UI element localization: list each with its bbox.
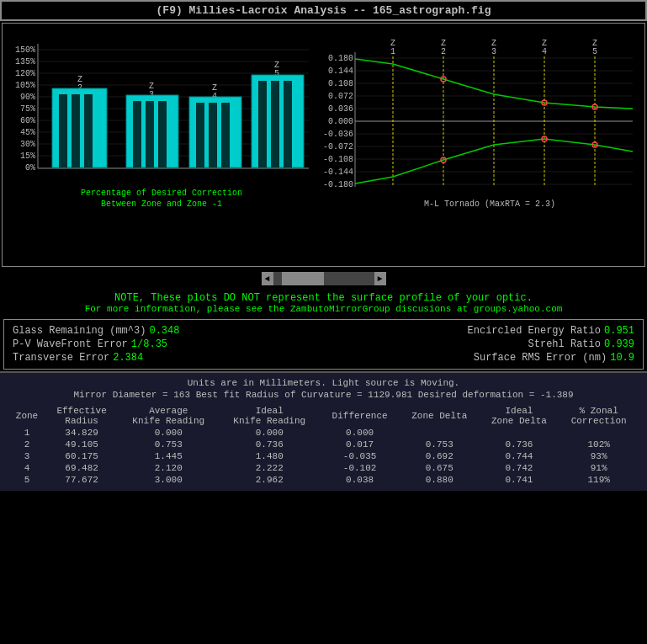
svg-text:5: 5 (592, 47, 597, 56)
stats-row-3: Transverse Error 2.384 Surface RMS Error… (13, 352, 634, 364)
encircled-energy-value: 0.951 (604, 325, 634, 337)
svg-rect-28 (72, 94, 80, 168)
svg-text:105%: 105% (15, 81, 35, 90)
svg-text:-0.108: -0.108 (323, 155, 353, 164)
table-row: 469.4822.1202.222-0.1020.6750.74291% (8, 462, 639, 474)
transverse-value: 2.384 (113, 352, 143, 364)
notes-area: NOTE, These plots DO NOT represent the s… (0, 289, 647, 317)
svg-rect-47 (284, 81, 292, 168)
strehl-value: 0.939 (604, 338, 634, 350)
svg-text:90%: 90% (20, 93, 35, 102)
transverse-label: Transverse Error (13, 352, 109, 364)
table-row: 577.6723.0002.9620.0380.8800.741119% (8, 474, 639, 486)
scroll-thumb[interactable] (282, 272, 324, 285)
svg-text:4: 4 (542, 47, 547, 56)
svg-text:0.108: 0.108 (328, 79, 353, 88)
tornado-chart: Z 1 Z 2 Z 3 Z 4 Z 5 0.180 0.144 0.108 0.… (321, 27, 641, 263)
svg-text:120%: 120% (15, 69, 35, 78)
table-row: 249.1050.7530.7360.0170.7530.736102% (8, 439, 639, 450)
svg-text:135%: 135% (15, 57, 35, 67)
scrollbar-area: ◄ ► (0, 269, 647, 289)
svg-text:30%: 30% (20, 140, 35, 149)
svg-text:-0.036: -0.036 (323, 130, 353, 139)
svg-text:75%: 75% (20, 104, 35, 114)
surface-rms-pair: Surface RMS Error (nm) 10.9 (474, 352, 634, 364)
scrollbar[interactable]: ◄ ► (262, 272, 386, 285)
glass-remaining-pair: Glass Remaining (mm^3) 0.348 (13, 325, 179, 337)
surface-rms-value: 10.9 (610, 352, 634, 364)
col-avg-knife: AverageKnife Reading (118, 405, 219, 427)
units-line: Units are in Millimeters. Light source i… (8, 378, 639, 388)
table-body: 134.8290.0000.0000.000249.1050.7530.7360… (8, 427, 639, 486)
svg-rect-39 (196, 103, 204, 168)
svg-text:0.072: 0.072 (328, 92, 353, 101)
data-table: Zone EffectiveRadius AverageKnife Readin… (8, 405, 639, 486)
svg-rect-27 (59, 94, 67, 168)
svg-rect-46 (271, 81, 279, 168)
svg-text:15%: 15% (20, 152, 35, 161)
svg-text:3: 3 (491, 47, 496, 56)
encircled-energy-pair: Encircled Energy Ratio 0.951 (468, 325, 634, 337)
note-line1: NOTE, These plots DO NOT represent the s… (7, 292, 640, 304)
title-text: (F9) Millies-Lacroix Analysis -- 165_ast… (156, 4, 491, 17)
svg-rect-33 (133, 101, 141, 168)
glass-remaining-value: 0.348 (149, 325, 179, 337)
col-pct-zonal: % ZonalCorrection (559, 405, 639, 427)
surface-rms-label: Surface RMS Error (nm) (474, 352, 607, 364)
scroll-left-button[interactable]: ◄ (262, 272, 273, 285)
params-line: Mirror Diameter = 163 Best fit Radius of… (8, 390, 639, 400)
col-effective-radius: EffectiveRadius (45, 405, 118, 427)
table-row: 360.1751.4451.480-0.0350.6920.74493% (8, 450, 639, 462)
svg-text:-0.180: -0.180 (323, 180, 353, 189)
col-ideal-zone-delta: IdealZone Delta (480, 405, 559, 427)
svg-rect-29 (84, 94, 93, 168)
tornado-chart-svg: Z 1 Z 2 Z 3 Z 4 Z 5 0.180 0.144 0.108 0.… (321, 27, 641, 267)
chart-area: 150% 135% 120% 105% 90% 75% 60% 45% 30% … (2, 23, 645, 267)
note-line2: For more information, please see the Zam… (7, 304, 640, 314)
svg-rect-40 (209, 103, 217, 168)
svg-text:-0.144: -0.144 (323, 168, 353, 177)
encircled-energy-label: Encircled Energy Ratio (468, 325, 601, 337)
svg-text:0%: 0% (25, 163, 35, 173)
table-header-row: Zone EffectiveRadius AverageKnife Readin… (8, 405, 639, 427)
svg-rect-41 (221, 103, 230, 168)
svg-text:Between Zone and Zone -1: Between Zone and Zone -1 (101, 200, 222, 209)
svg-text:-0.072: -0.072 (323, 142, 353, 152)
bottom-section: Units are in Millimeters. Light source i… (0, 371, 647, 491)
svg-text:0.000: 0.000 (328, 117, 353, 126)
col-difference: Difference (320, 405, 400, 427)
pv-wavefront-label: P-V WaveFront Error (13, 338, 128, 350)
strehl-label: Strehl Ratio (528, 338, 601, 350)
col-zone-delta: Zone Delta (400, 405, 480, 427)
svg-rect-45 (258, 81, 267, 168)
svg-text:1: 1 (390, 47, 395, 56)
stats-area: Glass Remaining (mm^3) 0.348 Encircled E… (3, 319, 644, 370)
strehl-pair: Strehl Ratio 0.939 (528, 338, 634, 350)
svg-text:2: 2 (441, 47, 446, 56)
svg-text:M-L Tornado (MaxRTA = 2.3): M-L Tornado (MaxRTA = 2.3) (424, 200, 555, 209)
stats-row-2: P-V WaveFront Error 1/8.35 Strehl Ratio … (13, 338, 634, 350)
svg-text:45%: 45% (20, 128, 35, 137)
glass-remaining-label: Glass Remaining (mm^3) (13, 325, 146, 337)
svg-text:0.180: 0.180 (328, 54, 353, 63)
stats-row-1: Glass Remaining (mm^3) 0.348 Encircled E… (13, 325, 634, 337)
bar-chart-svg: 150% 135% 120% 105% 90% 75% 60% 45% 30% … (6, 27, 317, 267)
svg-text:60%: 60% (20, 116, 35, 125)
pv-wavefront-pair: P-V WaveFront Error 1/8.35 (13, 338, 167, 350)
transverse-pair: Transverse Error 2.384 (13, 352, 143, 364)
table-row: 134.8290.0000.0000.000 (8, 427, 639, 439)
scroll-right-button[interactable]: ► (374, 272, 386, 285)
svg-text:0.144: 0.144 (328, 67, 353, 76)
col-ideal-knife: IdealKnife Reading (219, 405, 320, 427)
svg-rect-34 (146, 101, 154, 168)
pv-wavefront-value: 1/8.35 (131, 338, 167, 350)
svg-text:150%: 150% (15, 45, 35, 55)
title-bar: (F9) Millies-Lacroix Analysis -- 165_ast… (0, 0, 647, 21)
svg-rect-35 (158, 101, 167, 168)
bar-chart: 150% 135% 120% 105% 90% 75% 60% 45% 30% … (6, 27, 318, 263)
svg-text:0.036: 0.036 (328, 104, 353, 114)
scroll-track[interactable] (273, 272, 374, 285)
col-zone: Zone (8, 405, 45, 427)
svg-text:Percentage of Desired Correcti: Percentage of Desired Correction (81, 189, 242, 198)
